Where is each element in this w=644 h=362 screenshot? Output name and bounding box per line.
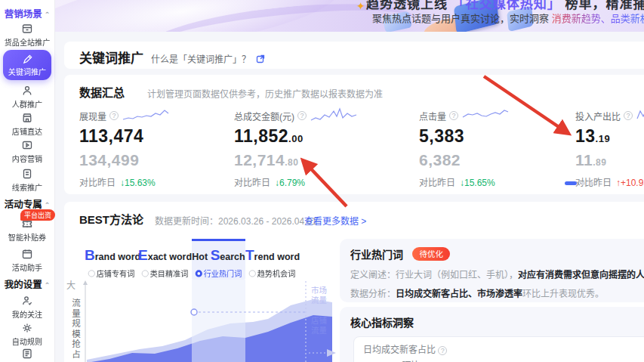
sidebar-item-audience-promo[interactable]: 人群推广 xyxy=(0,85,54,110)
sidebar-item-label: 货品全站推广 xyxy=(1,36,53,47)
tab-hot-search[interactable]: Hot Search 行业热门词 xyxy=(192,239,245,280)
play-video-icon xyxy=(21,139,33,151)
banner-headline-post: 榜单，精准捕捉 xyxy=(565,0,644,11)
platform-funded-badge: 平台出资 xyxy=(20,209,55,221)
core-metric-value-row: 39.83% 环比 ↓5.25% ? xyxy=(363,358,639,362)
sidebar-item-shop-direct[interactable]: 店铺直达 xyxy=(0,112,54,137)
help-icon[interactable]: ? xyxy=(297,111,307,120)
radio-icon[interactable] xyxy=(249,270,256,277)
area-chart-canvas xyxy=(79,280,336,362)
metric-label: 投入产出比 xyxy=(575,110,621,122)
metric-label: 展现量 xyxy=(79,110,106,122)
banner-subline-highlight: 消费新趋势、品类新机会 xyxy=(552,13,644,24)
industry-hot-word-panel: 行业热门词 待优化 定义阐述：行业大词（例如口红、手机），对应有消费需求但意向摇… xyxy=(340,239,644,302)
radio-icon[interactable] xyxy=(88,270,95,277)
help-icon[interactable]: ? xyxy=(624,111,633,120)
notebook-icon xyxy=(21,348,33,360)
banner-subline: 聚焦热点话题与用户真实讨论，实时洞察 消费新趋势、品类新机会 xyxy=(372,11,644,25)
to-optimize-badge: 待优化 xyxy=(412,247,450,261)
metric-label: 点击量 xyxy=(419,110,446,122)
data-analysis-line: 数据分析：日均成交新客占比、市场渗透率环比上升表现优秀。 xyxy=(350,286,644,299)
sidebar-section-label: 营销场景 xyxy=(5,9,42,20)
sidebar-item-content-marketing[interactable]: 内容营销 xyxy=(0,139,54,164)
best-tabs: Brand word 店铺专有词 Exact word 类目精准词 Hot Se… xyxy=(85,239,299,280)
metric-prev-value: 134,499 xyxy=(79,151,238,169)
help-link-label: 什么是「关键词推广」？ xyxy=(151,54,251,65)
sidebar-item-label: 人群推广 xyxy=(1,98,53,109)
panel-title: 行业热门词 xyxy=(350,246,403,261)
tab-brand-word[interactable]: Brand word 店铺专有词 xyxy=(85,239,138,280)
calendar-icon xyxy=(21,248,33,260)
banner-headline-highlight: 「社交媒体热知」 xyxy=(452,0,561,11)
core-metric-box: 日均成交新客占比 ? 39.83% 环比 ↓5.25% ? 同行同层均值 34.… xyxy=(353,336,644,362)
sidebar-item-label: 线索推广 xyxy=(1,181,53,192)
definition-line: 定义阐述：行业大词（例如口红、手机），对应有消费需求但意向摇摆的人群，拉新效果显… xyxy=(350,268,644,280)
sidebar-item-smart-subsidy[interactable]: 智能补贴券 xyxy=(0,218,54,243)
traffic-area-chart: 市场流量 店铺流量 xyxy=(79,280,336,362)
sparkline-chart xyxy=(310,107,359,125)
sidebar-item-label: 我的关注 xyxy=(1,308,53,319)
metric-prev-value: 12,714.80 xyxy=(234,151,393,169)
sidebar: 营销场景⌃ 货品全站推广 关键词推广 人群推广 店铺直达 内容营销 线索推广 活… xyxy=(0,0,54,362)
chevron-up-icon: ⌃ xyxy=(45,201,51,209)
metric-prev-value: 11.89 xyxy=(575,151,644,169)
sidebar-item-keyword-promo[interactable]: 关键词推广 xyxy=(3,50,51,80)
metric-compare: 对比昨日↓15.65% xyxy=(419,175,578,188)
core-metrics-panel: 核心指标洞察 日均成交新客占比 ? 39.83% 环比 ↓5.25% ? 同行同… xyxy=(340,307,644,362)
banner-headline-pre: 趋势透镜上线 xyxy=(366,0,448,11)
data-summary-title: 数据汇总 xyxy=(79,84,125,100)
sidebar-section-label: 活动专属 xyxy=(5,200,42,210)
storefront-icon xyxy=(21,112,33,124)
sidebar-item-label: 自动规则 xyxy=(1,336,53,346)
carousel-dot[interactable] xyxy=(590,181,593,185)
radio-icon[interactable] xyxy=(142,270,149,277)
tab-trend-word[interactable]: Trend word 趋势机会词 xyxy=(245,239,299,280)
data-summary-card: 数据汇总 计划管理页面数据仅供参考，历史推广数据以报表数据为准 展现量 ? 11… xyxy=(64,75,644,194)
chevron-up-icon: ⌃ xyxy=(45,11,51,18)
person-icon xyxy=(21,85,33,97)
carousel-dot[interactable] xyxy=(565,181,577,185)
sidebar-item-my-follows[interactable]: 我的关注 xyxy=(0,295,54,320)
metric-total-gmv: 总成交金额(元) ? 11,852.00 12,714.80 对比昨日↓6.79… xyxy=(234,107,393,188)
sidebar-item-fullsite-promo[interactable]: 货品全站推广 xyxy=(0,23,54,48)
sidebar-item-label: 活动助手 xyxy=(1,261,53,272)
sidebar-item-auto-rules[interactable]: 自动规则 xyxy=(0,322,54,347)
metric-label: 总成交金额(元) xyxy=(234,110,294,122)
what-is-keyword-link[interactable]: 什么是「关键词推广」？ xyxy=(151,52,265,65)
document-icon xyxy=(21,168,33,180)
core-metric-label: 日均成交新客占比 ? xyxy=(363,342,639,355)
promo-banner: ✦ 趋势透镜上线 「社交媒体热知」 榜单，精准捕捉 聚焦热点话题与用户真实讨论，… xyxy=(54,0,644,32)
view-more-data-link[interactable]: 查看更多数据 > xyxy=(304,214,366,227)
help-icon[interactable]: ? xyxy=(438,346,447,355)
metric-value: 113,474 xyxy=(79,126,238,147)
page-title: 关键词推广 xyxy=(79,48,143,67)
sidebar-item-lead-promo[interactable]: 线索推广 xyxy=(0,168,54,193)
sparkline-chart xyxy=(122,107,171,125)
carousel-dot[interactable] xyxy=(581,181,585,185)
sidebar-item-label: 内容营销 xyxy=(1,153,53,163)
metric-impressions: 展现量 ? 113,474 134,499 对比昨日↓15.63% xyxy=(79,107,238,188)
legend-market-traffic: 市场流量 xyxy=(311,286,331,305)
person-check-icon xyxy=(21,295,33,307)
help-icon[interactable]: ? xyxy=(109,111,119,120)
sidebar-section-marketing[interactable]: 营销场景⌃ xyxy=(0,6,54,20)
sidebar-item-label: 店铺直达 xyxy=(1,125,53,136)
external-link-icon[interactable] xyxy=(256,54,265,63)
sidebar-section-settings[interactable]: 我的设置⌃ xyxy=(0,277,54,291)
metric-value: 13.19 xyxy=(575,126,644,147)
metric-roi: 投入产出比 ? 13.19 11.89 对比昨日↑+10.93% xyxy=(575,107,644,188)
sidebar-item-operation-log[interactable]: 我的操作记录 xyxy=(0,348,54,362)
metric-compare: 对比昨日↓15.63% xyxy=(79,175,238,188)
sparkline-chart xyxy=(461,107,511,125)
best-title: BEST方法论 xyxy=(79,211,143,227)
metric-compare: 对比昨日↓6.79% xyxy=(234,175,393,188)
radio-selected-icon[interactable] xyxy=(196,270,202,277)
gear-icon xyxy=(21,322,33,334)
help-icon[interactable]: ? xyxy=(449,111,458,120)
core-metrics-title: 核心指标洞察 xyxy=(350,314,644,330)
tab-exact-word[interactable]: Exact word 类目精准词 xyxy=(138,239,192,280)
sidebar-item-activity-helper[interactable]: 活动助手 xyxy=(0,248,54,273)
banner-subline-pre: 聚焦热点话题与用户真实讨论，实时洞察 xyxy=(372,13,549,24)
best-methodology-card: BEST方法论 数据更新时间：2026.03.26 - 2026.04.01 查… xyxy=(64,202,644,362)
sparkline-chart xyxy=(636,107,644,125)
